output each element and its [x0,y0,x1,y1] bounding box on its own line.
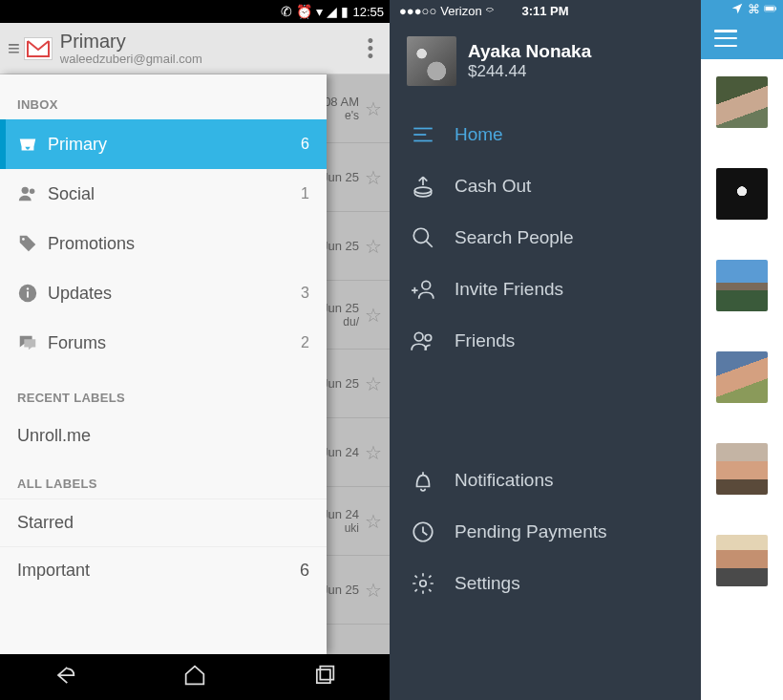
bg-time: Jun 25 [322,239,359,253]
nav-label: Forums [48,333,301,353]
label-item-starred[interactable]: Starred [0,498,327,546]
bg-time: Jun 25 [322,376,359,391]
avatar[interactable] [716,535,768,586]
nav-count: 3 [301,285,309,302]
gear-icon [411,571,435,596]
header-title: Primary [60,31,359,53]
tag-icon [17,233,48,254]
nav-label: Starred [17,513,309,533]
phone-icon: ✆ [281,4,292,19]
location-icon [730,2,744,15]
nav-item-invite[interactable]: Invite Friends [390,264,701,315]
bg-time: Jun 25 [322,301,359,315]
blue-header: ⌘ [701,0,783,59]
avatar[interactable] [716,443,768,495]
info-icon [17,283,48,304]
nav-label: Pending Payments [455,521,607,542]
star-icon[interactable]: ☆ [365,441,382,464]
menu-icon [411,122,435,147]
nav-label: Primary [48,135,301,155]
profile-header[interactable]: Ayaka Nonaka $244.44 [390,21,701,109]
nav-count: 1 [301,185,309,202]
star-icon[interactable]: ☆ [365,97,382,120]
svg-point-0 [22,187,29,194]
nav-label: Important [17,561,300,581]
star-icon[interactable]: ☆ [365,510,382,533]
svg-point-12 [413,228,428,243]
friends-icon [411,329,435,353]
label-item-unrollme[interactable]: Unroll.me [0,413,327,459]
profile-balance: $244.44 [468,62,591,81]
recents-button[interactable] [311,662,338,692]
svg-point-17 [414,332,423,341]
invite-icon [411,277,435,302]
nav-item-primary[interactable]: Primary 6 [0,119,327,169]
battery-icon [764,2,777,15]
header-email: waleedzuberi@gmail.com [60,53,359,67]
battery-icon: ▮ [341,4,349,19]
overflow-menu-icon[interactable]: ••• [359,37,382,60]
bluetooth-icon: ⌘ [748,2,760,16]
svg-point-5 [27,287,29,289]
nav-label: Notifications [455,470,554,491]
inbox-icon [17,134,48,155]
drawer-toggle-icon[interactable]: ≡ [8,36,20,61]
nav-item-pending[interactable]: Pending Payments [390,506,701,558]
ios-statusbar: ●●●○○ Verizon ⌔ 3:11 PM [390,0,701,21]
avatar[interactable] [716,76,768,128]
back-button[interactable] [52,662,78,692]
nav-item-forums[interactable]: Forums 2 [0,318,327,368]
ios-statusbar: ⌘ [701,0,783,17]
nav-label: Cash Out [455,176,531,197]
home-button[interactable] [181,662,208,692]
section-header-all: ALL LABELS [0,459,327,498]
gmail-header: ≡ Primary waleedzuberi@gmail.com ••• [0,23,390,74]
nav-item-home[interactable]: Home [390,109,701,160]
nav-item-updates[interactable]: Updates 3 [0,268,327,318]
avatar[interactable] [716,260,768,311]
avatar-list [701,59,783,700]
status-time: 3:11 PM [390,4,701,18]
forum-icon [17,332,48,353]
wifi-icon: ▾ [316,4,323,19]
hamburger-menu-icon[interactable] [714,30,737,47]
nav-item-promotions[interactable]: Promotions [0,219,327,268]
star-icon[interactable]: ☆ [365,304,382,327]
nav-item-cashout[interactable]: Cash Out [390,160,701,212]
nav-item-notifications[interactable]: Notifications [390,455,701,506]
nav-item-search[interactable]: Search People [390,212,701,264]
nav-item-settings[interactable]: Settings [390,558,701,609]
svg-point-21 [420,581,427,587]
nav-label: Social [48,184,301,204]
svg-rect-7 [320,667,333,680]
avatar[interactable] [716,351,768,403]
bg-time: Jun 24 [322,445,359,459]
svg-rect-6 [317,669,330,683]
star-icon[interactable]: ☆ [365,579,382,602]
avatar[interactable] [716,168,768,220]
svg-point-14 [422,281,431,289]
svg-point-18 [425,335,432,342]
profile-avatar [407,36,456,86]
nav-item-social[interactable]: Social 1 [0,169,327,219]
nav-item-friends[interactable]: Friends [390,315,701,367]
section-header-inbox: INBOX [0,82,327,119]
svg-rect-24 [775,8,776,11]
nav-count: 2 [301,334,309,351]
star-icon[interactable]: ☆ [365,235,382,258]
gmail-logo-icon [24,37,53,60]
star-icon[interactable]: ☆ [365,372,382,395]
bg-time: Jun 24 [322,507,359,521]
section-header-recent: RECENT LABELS [0,368,327,413]
nav-label: Friends [455,330,515,351]
bg-time: Jun 25 [322,170,359,184]
bg-time: Jun 25 [322,583,359,597]
label-item-important[interactable]: Important 6 [0,546,327,594]
nav-label: Home [455,124,503,145]
gmail-android-screen: ✆ ⏰ ▾ ◢ ▮ 12:55 ≡ Primary waleedzuberi@g… [0,0,390,700]
nav-label: Updates [48,284,301,304]
android-navbar [0,654,390,700]
star-icon[interactable]: ☆ [365,166,382,189]
bell-icon [411,468,435,493]
status-time: 12:55 [352,5,384,19]
